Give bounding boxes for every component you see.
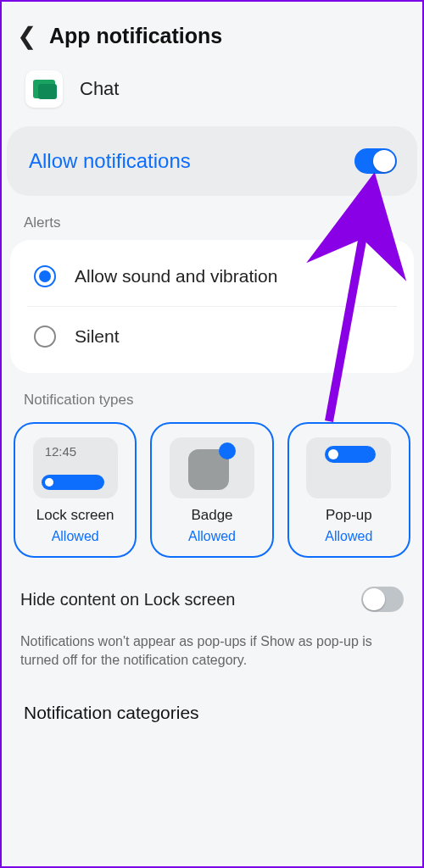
popup-preview-icon [306,437,391,498]
toggle-knob [363,588,385,610]
allow-notifications-row[interactable]: Allow notifications [7,126,417,196]
lock-screen-preview-icon: 12:45 [33,437,118,498]
radio-silent-label: Silent [75,326,120,347]
help-text: Notifications won't appear as pop-ups if… [2,624,422,687]
types-section-label: Notification types [2,373,422,417]
type-badge-status: Allowed [188,529,236,544]
type-popup[interactable]: Pop-up Allowed [287,422,410,558]
notification-types-row: 12:45 Lock screen Allowed Badge Allowed … [2,417,422,563]
type-lock-screen[interactable]: 12:45 Lock screen Allowed [14,422,137,558]
type-badge-title: Badge [191,507,232,524]
badge-dot-icon [219,442,236,459]
app-name: Chat [80,78,119,100]
type-popup-status: Allowed [325,529,372,544]
type-lock-status: Allowed [52,529,99,544]
app-row: Chat [2,65,422,126]
alert-option-silent[interactable]: Silent [27,306,397,366]
toggle-knob [373,150,395,172]
lock-slider-icon [42,475,104,490]
allow-notifications-label: Allow notifications [29,149,191,173]
lock-time: 12:45 [45,444,77,459]
popup-pill-icon [325,446,376,463]
categories-section-label: Notification categories [2,687,422,723]
badge-preview-icon [170,437,254,498]
type-popup-title: Pop-up [326,507,372,524]
back-button[interactable]: ❮ [14,22,39,50]
alerts-card: Allow sound and vibration Silent [10,240,414,373]
hide-content-label: Hide content on Lock screen [20,590,236,609]
alert-option-sound[interactable]: Allow sound and vibration [27,247,397,306]
type-lock-title: Lock screen [36,507,114,524]
allow-notifications-toggle[interactable] [354,148,397,174]
app-icon [25,70,63,108]
type-badge[interactable]: Badge Allowed [150,422,273,558]
radio-sound-label: Allow sound and vibration [75,266,277,287]
chat-icon [33,80,55,98]
hide-content-toggle[interactable] [361,587,404,612]
radio-silent[interactable] [34,326,56,348]
alerts-section-label: Alerts [2,196,422,240]
page-title: App notifications [49,24,222,48]
hide-content-row[interactable]: Hide content on Lock screen [2,563,422,624]
radio-sound[interactable] [34,265,56,287]
